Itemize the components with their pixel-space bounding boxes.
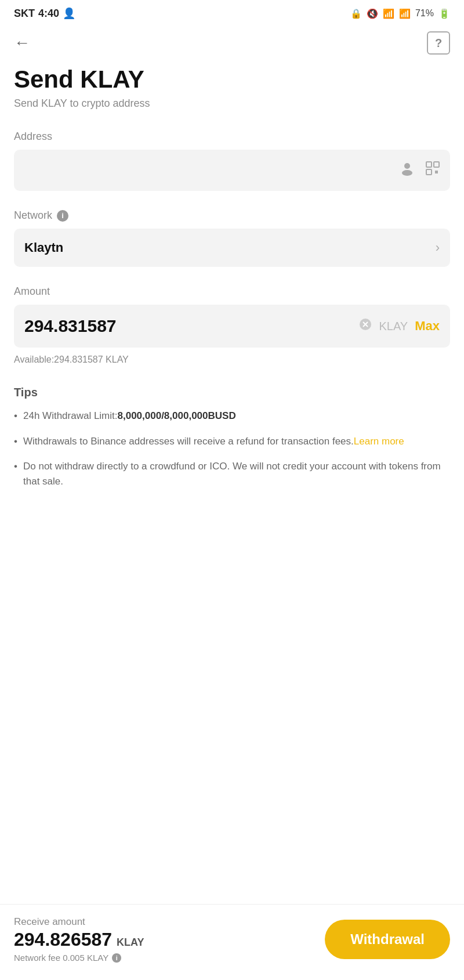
receive-value: 294.826587	[14, 929, 112, 950]
page-content: Send KLAY Send KLAY to crypto address Ad…	[0, 62, 464, 605]
currency-label: KLAY	[379, 320, 408, 333]
tip-item-3: Do not withdraw directly to a crowdfund …	[14, 459, 450, 489]
svg-rect-5	[435, 171, 438, 173]
status-right: 🔒 🔇 📶 📶 71% 🔋	[350, 8, 450, 19]
tip-item-1: 24h Withdrawal Limit:8,000,000/8,000,000…	[14, 408, 450, 424]
network-label: Network i	[14, 209, 450, 222]
tip-3-text: Do not withdraw directly to a crowdfund …	[23, 461, 441, 487]
scan-qr-icon[interactable]	[425, 160, 441, 180]
tips-title: Tips	[14, 386, 450, 399]
bottom-bar: Receive amount 294.826587 KLAY Network f…	[0, 904, 464, 980]
svg-rect-2	[426, 162, 432, 167]
amount-value: 294.831587	[24, 316, 358, 336]
help-button[interactable]: ?	[427, 31, 450, 55]
svg-point-0	[404, 163, 410, 169]
amount-controls: KLAY Max	[358, 317, 440, 335]
carrier-icon: 👤	[63, 7, 75, 20]
chevron-right-icon: ›	[436, 240, 440, 255]
contact-icon[interactable]	[399, 160, 415, 180]
learn-more-link[interactable]: Learn more	[354, 436, 404, 447]
network-selector[interactable]: Klaytn ›	[14, 229, 450, 267]
time-text: 4:40	[38, 8, 59, 20]
page-subtitle: Send KLAY to crypto address	[14, 97, 450, 110]
withdrawal-button[interactable]: Withdrawal	[325, 920, 450, 959]
receive-info: Receive amount 294.826587 KLAY Network f…	[14, 916, 144, 963]
max-button[interactable]: Max	[415, 319, 440, 334]
wifi-icon: 📶	[383, 8, 394, 19]
mute-icon: 🔇	[367, 8, 378, 19]
page-title: Send KLAY	[14, 66, 450, 93]
available-balance: Available:294.831587 KLAY	[14, 355, 450, 365]
receive-amount: 294.826587 KLAY	[14, 929, 144, 950]
network-label-text: Network	[14, 209, 52, 222]
nav-bar: ← ?	[0, 24, 464, 62]
status-left: SKT 4:40 👤	[14, 7, 75, 20]
receive-currency: KLAY	[117, 936, 144, 949]
network-fee: Network fee 0.005 KLAY i	[14, 953, 144, 963]
svg-rect-3	[434, 162, 439, 167]
svg-point-1	[402, 170, 412, 176]
amount-label: Amount	[14, 285, 450, 298]
network-value: Klaytn	[24, 240, 63, 255]
network-info-icon[interactable]: i	[57, 210, 68, 222]
tips-list: 24h Withdrawal Limit:8,000,000/8,000,000…	[14, 408, 450, 489]
fee-info-icon[interactable]: i	[112, 953, 121, 963]
address-label: Address	[14, 131, 450, 143]
svg-rect-4	[426, 169, 432, 175]
lock-icon: 🔒	[350, 8, 362, 19]
address-input[interactable]	[23, 164, 399, 176]
receive-label: Receive amount	[14, 916, 144, 928]
carrier-text: SKT	[14, 8, 35, 20]
battery-text: 71%	[415, 8, 434, 19]
tip-1-prefix: 24h Withdrawal Limit:	[23, 410, 118, 421]
address-icons	[399, 160, 441, 180]
network-fee-text: Network fee 0.005 KLAY	[14, 953, 108, 963]
tip-2-text: Withdrawals to Binance addresses will re…	[23, 436, 354, 447]
tip-item-2: Withdrawals to Binance addresses will re…	[14, 434, 450, 449]
amount-label-text: Amount	[14, 285, 50, 298]
address-label-text: Address	[14, 131, 52, 143]
tip-1-highlight: 8,000,000/8,000,000BUSD	[118, 410, 236, 421]
battery-icon: 🔋	[438, 8, 450, 19]
signal-icon: 📶	[399, 8, 411, 19]
status-bar: SKT 4:40 👤 🔒 🔇 📶 📶 71% 🔋	[0, 0, 464, 24]
amount-field: 294.831587 KLAY Max	[14, 305, 450, 348]
back-button[interactable]: ←	[14, 35, 30, 51]
clear-amount-button[interactable]	[358, 317, 372, 335]
address-field	[14, 150, 450, 191]
